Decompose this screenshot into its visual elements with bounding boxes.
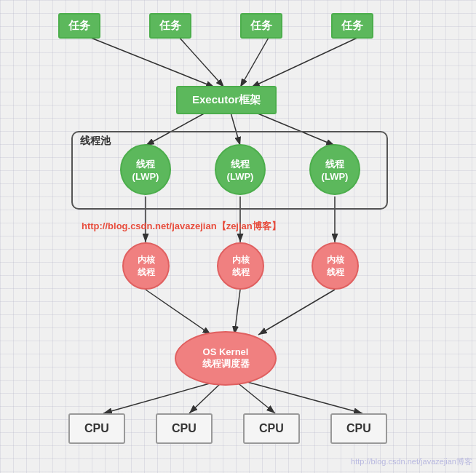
- svg-line-2: [178, 36, 224, 87]
- thread-box-3: 线程 (LWP): [309, 144, 360, 195]
- thread-pool-label: 线程池: [80, 135, 111, 148]
- task-box-3: 任务: [240, 13, 282, 39]
- kernel-thread-box-3: 内核 线程: [312, 242, 359, 290]
- svg-line-17: [247, 382, 362, 413]
- executor-box: Executor框架: [176, 86, 277, 114]
- diagram: 任务 任务 任务 任务 Executor框架 线程池 线程 (LWP) 线程 (…: [0, 0, 476, 473]
- task-box-4: 任务: [331, 13, 373, 39]
- kernel-thread-box-2: 内核 线程: [217, 242, 264, 290]
- svg-line-16: [237, 382, 275, 413]
- cpu-box-2: CPU: [156, 413, 213, 444]
- svg-line-3: [240, 36, 269, 87]
- thread-box-1: 线程 (LWP): [120, 144, 171, 195]
- os-kernel-box: OS Kernel 线程调度器: [175, 331, 277, 386]
- svg-line-12: [234, 290, 240, 335]
- cpu-box-4: CPU: [330, 413, 387, 444]
- thread-box-2: 线程 (LWP): [215, 144, 266, 195]
- task-box-2: 任务: [149, 13, 191, 39]
- watermark: http://blog.csdn.net/javazejian博客: [351, 456, 472, 467]
- url-text: http://blog.csdn.net/javazejian【zejian博客…: [82, 220, 281, 233]
- svg-line-15: [189, 382, 222, 413]
- svg-line-4: [251, 36, 360, 87]
- svg-line-13: [258, 290, 335, 335]
- arrows-svg: [0, 0, 476, 473]
- svg-line-1: [87, 36, 215, 87]
- svg-line-14: [103, 382, 215, 413]
- task-box-1: 任务: [58, 13, 100, 39]
- cpu-box-3: CPU: [243, 413, 300, 444]
- kernel-thread-box-1: 内核 线程: [122, 242, 170, 290]
- cpu-box-1: CPU: [68, 413, 125, 444]
- svg-line-11: [146, 290, 211, 335]
